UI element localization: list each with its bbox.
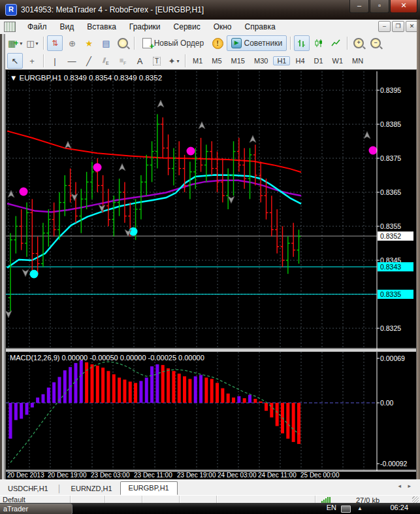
mdi-minimize-button[interactable]: – — [378, 21, 391, 32]
magenta-signal-dot — [93, 163, 102, 172]
equidistant-channel-button[interactable]: ⫽E — [98, 53, 114, 69]
magenta-signal-dot — [187, 147, 195, 156]
menu-вставка[interactable]: Вставка — [80, 21, 123, 33]
macd-bar — [74, 363, 77, 403]
timeframe-m15[interactable]: M15 — [227, 56, 249, 65]
chart-window[interactable]: 0.83950.83850.83750.83650.83550.83450.83… — [5, 69, 417, 479]
line-studies-toolbar: ↖ + | — ╱ ⫽E ≡F A T ✦▾ M1M5M15M30H1H4D1W… — [0, 52, 420, 70]
autoscroll-button[interactable]: ⊕ — [64, 35, 80, 51]
tab-eurnzd-h1[interactable]: EURNZD,H1 — [63, 483, 120, 495]
macd-bar — [69, 367, 72, 403]
taskbar-app-button[interactable]: aTrader — [0, 504, 73, 514]
minimize-button[interactable]: – — [349, 0, 369, 13]
menu-справка[interactable]: Справка — [238, 21, 282, 33]
macd-bar — [36, 398, 39, 403]
menu-графики[interactable]: Графики — [123, 21, 167, 33]
tester-button[interactable] — [115, 35, 131, 51]
cursor-button[interactable]: ↖ — [7, 53, 23, 69]
macd-bar — [134, 383, 137, 403]
macd-bar — [259, 402, 263, 403]
tab-eurgbp-h1[interactable]: EURGBP,H1 — [120, 481, 178, 495]
candlestick-type-button[interactable] — [311, 35, 327, 51]
macd-bar — [183, 376, 186, 403]
app-icon: R — [5, 4, 17, 16]
macd-bar — [25, 403, 28, 415]
macd-bar — [248, 395, 251, 403]
macd-bar — [227, 394, 230, 403]
time-axis[interactable]: 20 Dec 201320 Dec 19:0023 Dec 03:0023 De… — [6, 471, 416, 479]
data-window-button[interactable]: ▤ — [98, 35, 114, 51]
zoom-out-button[interactable]: − — [368, 35, 383, 51]
timeframe-h4[interactable]: H4 — [291, 56, 308, 65]
time-label: 20 Dec 2013 — [7, 471, 44, 479]
macd-bar — [150, 366, 153, 403]
macd-bar — [31, 403, 34, 407]
profiles-button[interactable]: ◫▾ — [24, 35, 40, 51]
chart-menu-icon[interactable] — [4, 22, 16, 32]
macd-indicator-panel[interactable]: 0.000690.00-0.00092MACD(12,26,9) 0.00000… — [6, 352, 416, 471]
text-label-button[interactable]: T — [149, 53, 165, 69]
bar-chart-icon — [297, 39, 306, 48]
time-label: 20 Dec 19:00 — [48, 471, 87, 479]
macd-bar — [123, 379, 126, 403]
text-button[interactable]: A — [132, 53, 148, 69]
macd-bar — [204, 377, 208, 403]
trendline-button[interactable]: ╱ — [81, 53, 97, 69]
close-button[interactable]: ✕ — [390, 0, 417, 13]
new-order-icon — [142, 38, 152, 48]
menu-окно[interactable]: Окно — [207, 21, 238, 33]
timeframe-h1[interactable]: H1 — [273, 56, 290, 65]
crosshair-button[interactable]: + — [24, 53, 40, 69]
macd-bar — [101, 368, 105, 403]
vertical-line-button[interactable]: | — [47, 53, 63, 69]
taskbar-clock[interactable]: 06:24 — [390, 504, 408, 511]
main-price-chart[interactable]: 0.83950.83850.83750.83650.83550.83450.83… — [6, 71, 416, 349]
zoom-in-button[interactable]: + — [351, 35, 366, 51]
price-tick-label: 0.8355 — [380, 222, 401, 230]
title-bar: R 3014953: MetaTrader 4 - RoboForex - [E… — [0, 0, 420, 20]
macd-bar — [96, 366, 99, 403]
new-chart-button[interactable]: ▦+▾ — [7, 35, 23, 51]
tab-usdchf-h1[interactable]: USDCHF,H1 — [0, 483, 56, 495]
timeframe-m1[interactable]: M1 — [189, 56, 206, 65]
macd-bar — [85, 362, 88, 403]
expert-advisor-icon: ▶ — [231, 38, 242, 48]
expert-advisors-button[interactable]: ▶ Советники — [227, 35, 287, 51]
macd-tick-label: 0.00069 — [380, 354, 405, 362]
resize-grip[interactable] — [412, 496, 419, 503]
window-right-border — [417, 20, 420, 479]
maximize-button[interactable]: ▫ — [370, 0, 389, 13]
chart-shift-button[interactable]: ⇅ — [47, 35, 63, 51]
fibonacci-button[interactable]: ≡F — [115, 53, 131, 69]
alert-button[interactable]: ! — [210, 35, 225, 51]
timeframe-m30[interactable]: M30 — [250, 56, 272, 65]
timeframe-d1[interactable]: D1 — [310, 56, 327, 65]
timeframe-m5[interactable]: M5 — [208, 56, 225, 65]
menu-файл[interactable]: Файл — [21, 21, 54, 33]
macd-tick-label: 0.00 — [380, 399, 394, 407]
macd-bar — [106, 371, 110, 403]
macd-bar — [232, 398, 235, 403]
bar-chart-type-button[interactable] — [294, 35, 310, 51]
macd-bar — [112, 374, 116, 403]
mdi-restore-button[interactable]: ❐ — [392, 21, 404, 32]
menu-сервис[interactable]: Сервис — [167, 21, 207, 33]
language-indicator[interactable]: EN — [327, 504, 336, 511]
favorites-button[interactable]: ★ — [81, 35, 97, 51]
horizontal-line-button[interactable]: — — [64, 53, 80, 69]
arrows-tool-button[interactable]: ✦▾ — [166, 53, 182, 69]
window-title: 3014953: MetaTrader 4 - RoboForex - [EUR… — [21, 5, 204, 14]
price-tick-label: 0.8395 — [380, 86, 401, 94]
timeframe-mn[interactable]: MN — [348, 56, 367, 65]
macd-bar — [63, 370, 67, 403]
timeframe-w1[interactable]: W1 — [329, 56, 347, 65]
price-tick-label: 0.8325 — [380, 324, 401, 332]
keyboard-layout-icon[interactable] — [341, 505, 351, 513]
new-order-button[interactable]: Новый Ордер — [138, 35, 208, 51]
line-chart-type-button[interactable] — [328, 35, 344, 51]
tab-scroll-arrows[interactable]: ◂ ▸ — [398, 483, 413, 489]
menu-вид[interactable]: Вид — [54, 21, 81, 33]
show-hidden-icons[interactable]: ▲ — [357, 505, 363, 511]
macd-header: MACD(12,26,9) 0.00000 -0.00050 0.00000 -… — [10, 354, 204, 362]
macd-bar — [145, 377, 148, 403]
